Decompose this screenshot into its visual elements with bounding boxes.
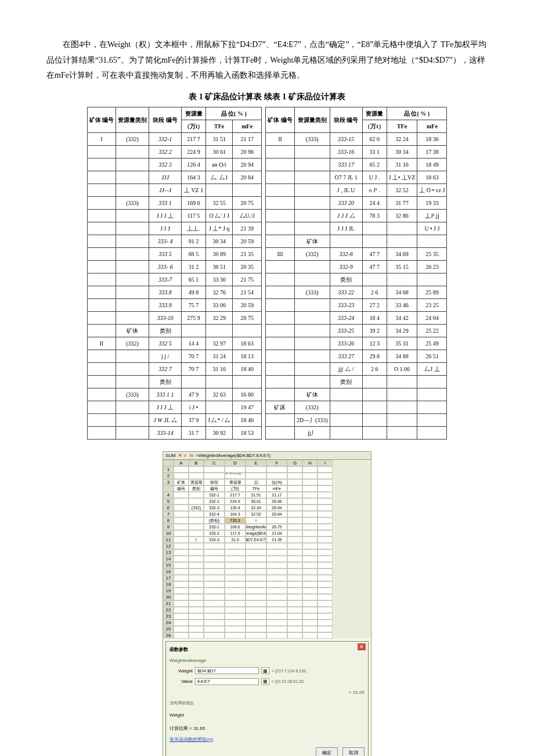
cell: 39 2 xyxy=(362,325,387,337)
weight-input[interactable]: $D4:$D7 xyxy=(195,667,259,674)
table-row: jjj 厶 /2 6O 1.00厶J 丄 xyxy=(266,363,447,376)
cell xyxy=(206,325,233,337)
cell xyxy=(87,248,116,261)
cell xyxy=(362,235,387,248)
cell xyxy=(362,427,387,440)
cell: 333-23 xyxy=(330,299,362,312)
cell: (332) xyxy=(294,401,330,414)
cell: J J J 丄 xyxy=(149,401,182,414)
cell: 30 34 xyxy=(206,235,233,248)
dlg-title: 函数参数 xyxy=(169,645,365,654)
cell: 224 9 xyxy=(182,146,206,159)
cell xyxy=(330,427,362,440)
cell: 332 2 xyxy=(149,146,182,159)
cell xyxy=(266,171,295,184)
formula-text: =WeightedAverage($D4:$D7,E4:E7) xyxy=(196,451,270,460)
cell: 2 6 xyxy=(362,286,387,299)
cell: 333 27 xyxy=(330,350,362,363)
cell: 类别 xyxy=(330,273,362,286)
cell: (333) xyxy=(116,197,149,210)
cell xyxy=(116,273,149,286)
cell xyxy=(206,184,233,197)
table-row: 333 588 530 8921 35 xyxy=(87,248,262,261)
intro-paragraph: 在图4中，在Weight（权）文本框中，用鼠标下拉“D4:D7”、“E4:E7”… xyxy=(46,37,488,84)
cell: 18 63 xyxy=(233,337,262,350)
table-row: J W JL 厶37 9J 厶* / 厶18 46 xyxy=(87,414,262,427)
cell: 333- 6 xyxy=(149,261,182,273)
cell xyxy=(87,197,116,210)
cell xyxy=(362,273,387,286)
cell xyxy=(330,235,362,248)
cell xyxy=(116,159,149,171)
ok-button[interactable]: 确定 xyxy=(316,747,338,756)
table-row: J , JL Uo J¹ .32 52丄 O • vz J xyxy=(266,184,447,197)
cell: 333-26 xyxy=(330,337,362,350)
cell xyxy=(266,299,295,312)
cell xyxy=(294,325,330,337)
cell: an O/i xyxy=(206,159,233,171)
table-row: 矿床(332) xyxy=(266,401,447,414)
cell: 矿体 xyxy=(294,235,330,248)
table-row: 333-1633 130 3417 38 xyxy=(266,146,447,159)
cell xyxy=(206,376,233,388)
table-row: O7 7 JL 1U J .J 丄• 丄VZ18 63 xyxy=(266,171,447,184)
cell: 30 92 xyxy=(206,427,233,440)
close-icon[interactable]: ✕ xyxy=(358,643,366,650)
cell: 333-14 xyxy=(149,427,182,440)
cell: 30 89 xyxy=(206,248,233,261)
cell: 333-16 xyxy=(330,146,362,159)
cell: 20 75 xyxy=(233,197,262,210)
cell: 333-25 xyxy=(330,325,362,337)
cell: 16 80 xyxy=(233,388,262,401)
table-row: 333-2327 233 4623 25 xyxy=(266,299,447,312)
th-cat: 资源量类别 xyxy=(294,107,330,133)
cell: 32 97 xyxy=(206,337,233,350)
cell xyxy=(87,312,116,325)
value-input[interactable]: E4:E7 xyxy=(195,678,259,685)
th-blk: 块段 编号 xyxy=(149,107,182,133)
cell: 333.9 xyxy=(149,299,182,312)
table-row: II(332)332 514 432 9718 63 xyxy=(87,337,262,350)
cell: o J¹ . xyxy=(362,184,387,197)
table-row: JJJ164 3厶. 厶120 84 xyxy=(87,171,262,184)
cell: 75 7 xyxy=(182,299,206,312)
cell xyxy=(294,350,330,363)
cell xyxy=(116,376,149,388)
cell: 25 89 xyxy=(417,286,447,299)
cell: 32 86 xyxy=(387,210,417,222)
cancel-button[interactable]: 取消 xyxy=(342,747,365,756)
th-grade: 品 位( % ) xyxy=(206,107,262,120)
cell: 332 3 xyxy=(149,159,182,171)
cell: 49 8 xyxy=(182,286,206,299)
cell: 14 4 xyxy=(182,337,206,350)
cell: 20 59 xyxy=(233,299,262,312)
cell: 70 7 xyxy=(182,363,206,376)
cell: 333 22 xyxy=(330,286,362,299)
cell: 18 49 xyxy=(417,159,447,171)
cell: 26 51 xyxy=(417,350,447,363)
cell: 17 38 xyxy=(417,146,447,159)
cell xyxy=(387,427,417,440)
cell xyxy=(116,363,149,376)
cell: (333) xyxy=(294,286,330,299)
th-res: 资源量 xyxy=(182,107,206,120)
help-link[interactable]: 有关该函数的帮助(H) xyxy=(169,735,365,744)
table-row: JJ—I丄 VZ 1 xyxy=(87,184,262,197)
cell: J J J JL xyxy=(330,222,362,235)
cell: 126 4 xyxy=(182,159,206,171)
cell: U • J J xyxy=(417,222,447,235)
range-picker-icon[interactable]: ▦ xyxy=(261,667,269,674)
cell: 35 15 xyxy=(387,261,417,273)
cell: 21 54 xyxy=(233,286,262,299)
formula-bar: SUM ✕ ✓ fx =WeightedAverage($D4:$D7,E4:E… xyxy=(163,452,371,460)
cell: III xyxy=(266,248,295,261)
th-cat: 资源量类别 xyxy=(116,107,149,133)
cell: 333 1 1 xyxy=(149,388,182,401)
cell: 47 9 xyxy=(182,388,206,401)
table-row: 类别 xyxy=(87,376,262,388)
cell xyxy=(116,146,149,159)
table-row: 333- 491 230 3420 59 xyxy=(87,235,262,248)
cell: 20 84 xyxy=(233,171,262,184)
range-picker-icon[interactable]: ▦ xyxy=(261,678,269,685)
cell: J , JL U xyxy=(330,184,362,197)
